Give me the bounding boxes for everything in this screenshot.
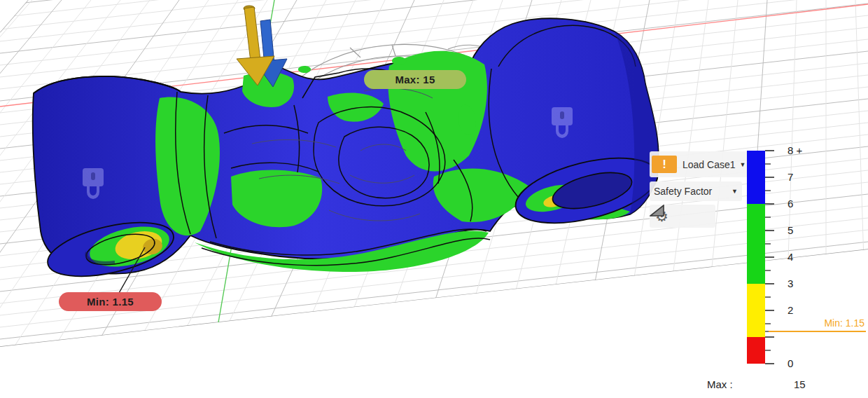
legend-segment-red [747,337,765,364]
chevron-down-icon: ▼ [740,161,746,168]
min-badge: Min: 1.15 [59,292,162,311]
min-marker-label: Min: 1.15 [770,317,864,329]
load-case-dropdown[interactable]: ! Load Case1 ▼ [650,151,751,177]
legend-segment-yellow [747,284,765,337]
legend-tick-label: 0 [788,357,822,369]
legend-tick-label: 8 + [788,144,822,156]
simulation-viewport[interactable]: Max: 15 Min: 1.15 ! Load Case1 ▼ Safety … [0,0,868,398]
chevron-down-icon: ▼ [732,188,738,195]
legend-tick-label: 2 [788,304,822,316]
legend-ticks [765,144,786,368]
load-case-label: Load Case1 [682,159,736,170]
legend-footer-value: 15 [794,378,806,390]
max-badge: Max: 15 [364,70,466,89]
min-marker-line [769,331,866,332]
legend-segment-blue [747,151,765,204]
legend-tick-label: 4 [788,251,822,263]
legend-footer-label: Max : [707,378,733,390]
legend-tick-label: 5 [788,224,822,236]
result-toolbar: ⚙ [650,205,715,228]
legend-tick-label: 7 [788,171,822,183]
legend-tick-label: 6 [788,198,822,210]
result-type-label: Safety Factor [654,186,712,197]
warning-icon[interactable]: ! [652,156,677,173]
result-type-dropdown[interactable]: Safety Factor ▼ [650,181,742,201]
legend-style-icon[interactable] [650,205,665,217]
legend-tick-label: 3 [788,277,822,289]
legend-segment-green [747,204,765,284]
